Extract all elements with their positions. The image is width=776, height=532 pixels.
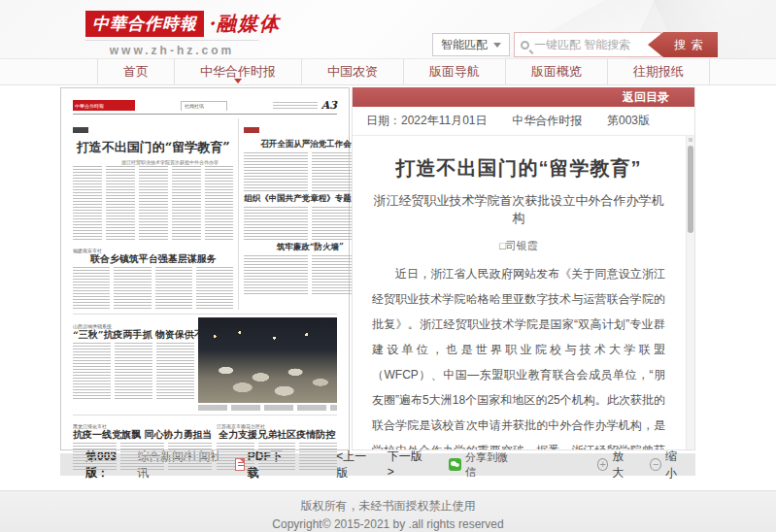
newspaper-body-columns xyxy=(73,267,233,310)
back-to-index-button[interactable]: 返回目录 xyxy=(623,89,669,106)
newspaper-facsimile: 中華合作時報 社闻社讯 A3 打造不出国门的“留学教育” 浙江经贸职业技术学院首… xyxy=(73,99,337,439)
copyright-line-cn: 版权所有，未经书面授权禁止使用 xyxy=(0,498,776,515)
article-meta-row: 日期：2022年11月01日 中华合作时报 第003版 xyxy=(353,107,694,136)
active-tab-triangle-icon xyxy=(234,79,242,83)
nav-item-zhonghua-hezuo-shibao[interactable]: 中华合作时报 xyxy=(175,59,302,84)
newspaper-article-tag: 江苏南京市雨花台区社 xyxy=(217,420,337,428)
article-body: 打造不出国门的“留学教育” 浙江经贸职业技术学院首次获批设立中外合作办学机构 □… xyxy=(353,136,694,449)
nav-item-page-navigation[interactable]: 版面导航 xyxy=(404,59,506,84)
logo-text: 中華合作時報 xyxy=(92,13,197,35)
newspaper-body-columns xyxy=(73,443,212,472)
site-url: www.zh-hz.com xyxy=(85,40,258,57)
share-to-wechat-button[interactable]: 分享到微信 xyxy=(449,450,514,480)
page: 中華合作時報 ·融媒体 www.zh-hz.com 智能匹配 搜索 首页 中华 xyxy=(0,0,776,532)
article-author: □司银霞 xyxy=(372,239,665,253)
site-header: 中華合作時報 ·融媒体 www.zh-hz.com 智能匹配 搜索 xyxy=(0,0,776,58)
article-date: 日期：2022年11月01日 xyxy=(366,113,488,129)
newspaper-page-thumbnail[interactable]: 中華合作時報 社闻社讯 A3 打造不出国门的“留学教育” 浙江经贸职业技术学院首… xyxy=(60,87,350,450)
newspaper-article-tag: 黑龙江绥化市社 xyxy=(73,420,212,428)
nav-item-past-issues[interactable]: 往期报纸 xyxy=(608,59,710,84)
newspaper-article-sanqiu: 山西运城供销系统 “三秋”抗疫两手抓 物资保供不放松 xyxy=(73,317,194,411)
scrollbar-up-arrow[interactable] xyxy=(689,138,692,142)
newspaper-headline: 全力支援兄弟社区疫情防控 xyxy=(217,429,337,441)
logo-box: 中華合作時報 xyxy=(85,11,204,37)
nav-label: 往期报纸 xyxy=(633,63,684,81)
newspaper-headline: 抗疫一线党旗飘 同心协力勇担当 xyxy=(73,429,212,441)
article-subtitle: 浙江经贸职业技术学院首次获批设立中外合作办学机构 xyxy=(372,192,665,227)
share-label: 分享到微信 xyxy=(465,450,514,480)
newspaper-section-tab: 社闻社讯 xyxy=(181,101,227,111)
article-page-number: 第003版 xyxy=(607,113,650,129)
zoom-out-button[interactable]: − 缩小 xyxy=(650,449,686,482)
search-mode-select[interactable]: 智能匹配 xyxy=(432,33,510,56)
logo[interactable]: 中華合作時報 ·融媒体 www.zh-hz.com xyxy=(85,10,281,57)
main-content: 中華合作時報 社闻社讯 A3 打造不出国门的“留学教育” 浙江经贸职业技术学院首… xyxy=(60,87,695,450)
search-mode-label: 智能匹配 xyxy=(441,37,488,53)
zoom-in-icon: + xyxy=(597,458,609,471)
chevron-down-icon xyxy=(493,43,501,48)
newspaper-article-tag: 福建南安市社 xyxy=(73,245,233,252)
scrollbar-thumb[interactable] xyxy=(688,146,693,233)
site-footer: 版权所有，未经书面授权禁止使用 Copyright© 2015-2021 by … xyxy=(0,490,776,532)
article-title: 打造不出国门的“留学教育” xyxy=(372,155,665,182)
newspaper-body-columns xyxy=(73,166,233,242)
pdf-icon xyxy=(235,458,245,471)
zoom-in-label: 放大 xyxy=(612,449,632,482)
article-scrollbar[interactable] xyxy=(686,136,694,449)
newspaper-headline: “三秋”抗疫两手抓 物资保供不放松 xyxy=(73,329,194,341)
zoom-in-button[interactable]: + 放大 xyxy=(597,449,633,482)
nav-label: 中国农资 xyxy=(327,63,378,81)
copyright-line-en: Copyright© 2015-2021 by .all rights rese… xyxy=(0,517,776,531)
search-field xyxy=(514,32,661,57)
main-nav: 首页 中华合作时报 中国农资 版面导航 版面概览 往期报纸 xyxy=(0,58,776,85)
nav-label: 首页 xyxy=(123,63,149,81)
nav-item-home[interactable]: 首页 xyxy=(97,59,175,84)
next-page-link[interactable]: 下一版 > xyxy=(388,449,428,482)
article-paragraph: 近日，浙江省人民政府网站发布《关于同意设立浙江经贸职业技术学院哈格哈里亚数字技术… xyxy=(372,261,665,449)
newspaper-page-marker: A3 xyxy=(273,99,337,112)
search-box: 搜索 xyxy=(514,32,718,57)
article-panel: 返回目录 日期：2022年11月01日 中华合作时报 第003版 打造不出国门的… xyxy=(352,87,695,450)
article-paper-name: 中华合作时报 xyxy=(512,113,582,129)
zoom-out-label: 缩小 xyxy=(665,449,686,482)
zoom-out-icon: − xyxy=(650,458,661,471)
newspaper-masthead-logo: 中華合作時報 xyxy=(73,100,135,111)
newspaper-section-chip xyxy=(73,127,88,133)
logo-suffix: ·融媒体 xyxy=(208,11,281,37)
newspaper-article-tag: 山西运城供销系统 xyxy=(73,320,194,328)
nav-item-page-overview[interactable]: 版面概览 xyxy=(506,59,608,84)
nav-label: 版面概览 xyxy=(531,63,582,81)
newspaper-dateline-lines xyxy=(273,102,318,109)
newspaper-headline: 联合乡镇筑平台强基层谋服务 xyxy=(73,253,233,265)
newspaper-photo-caption xyxy=(198,405,337,411)
newspaper-lead-column: 打造不出国门的“留学教育” 浙江经贸职业技术学院首次获批中外合作办学 福建南安市… xyxy=(73,118,239,310)
newspaper-photo xyxy=(198,317,337,403)
wechat-icon xyxy=(449,458,461,471)
nav-item-zhongguo-nongzi[interactable]: 中国农资 xyxy=(302,59,404,84)
newspaper-body-columns xyxy=(73,343,194,399)
newspaper-lead-subtitle: 浙江经贸职业技术学院首次获批中外合作办学 xyxy=(73,156,233,164)
search-input[interactable] xyxy=(534,38,641,51)
article-panel-header-bar: 返回目录 xyxy=(353,87,694,107)
search-area: 智能匹配 搜索 xyxy=(432,32,718,57)
search-icon xyxy=(521,41,529,50)
previous-page-link[interactable]: <上一版 xyxy=(336,449,374,482)
newspaper-article-kangyi: 黑龙江绥化市社 抗疫一线党旗飘 同心协力勇担当 xyxy=(73,417,212,472)
newspaper-section-chip xyxy=(244,127,259,133)
newspaper-masthead-row: 中華合作時報 社闻社讯 A3 xyxy=(73,99,337,115)
nav-label: 版面导航 xyxy=(429,63,480,81)
newspaper-lead-headline: 打造不出国门的“留学教育” xyxy=(73,140,233,155)
